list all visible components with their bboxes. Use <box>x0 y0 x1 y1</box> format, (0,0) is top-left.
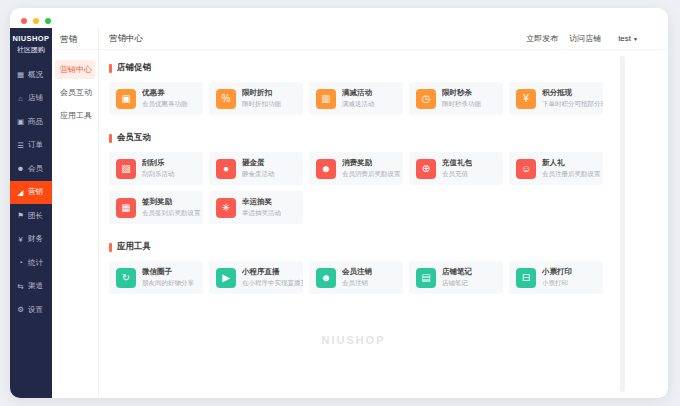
sidebar-menu: ▦概况⌂店铺▣商品☰订单☻会员◢营销⚑团长¥财务◔统计⇆渠道⚙设置 <box>10 63 52 322</box>
sidebar-item-goods[interactable]: ▣商品 <box>10 110 52 134</box>
sidebar-item-marketing[interactable]: ◢营销 <box>10 181 52 205</box>
section-header: 店铺促销 <box>109 62 668 74</box>
card-info: 限时秒杀限时秒杀功能 <box>442 88 481 110</box>
submenu-item-marketing-center[interactable]: 营销中心 <box>55 60 95 79</box>
card-member-cancellation[interactable]: ☻会员注销会员注销 <box>309 261 403 294</box>
card-info: 满减活动满减送活动 <box>342 88 375 110</box>
app-window: NIUSHOP 社区团购 ▦概况⌂店铺▣商品☰订单☻会员◢营销⚑团长¥财务◔统计… <box>10 8 668 398</box>
card-info: 刮刮乐刮刮乐活动 <box>142 158 175 180</box>
card-title: 充值礼包 <box>442 158 472 168</box>
submenu-item-member-interaction[interactable]: 会员互动 <box>55 83 95 102</box>
card-scratch-card[interactable]: ▨刮刮乐刮刮乐活动 <box>109 152 203 185</box>
sidebar-item-label: 营销 <box>28 187 43 197</box>
sidebar-item-overview[interactable]: ▦概况 <box>10 63 52 87</box>
section-accent-bar <box>109 243 112 252</box>
card-full-reduction[interactable]: ▥满减活动满减送活动 <box>309 82 403 115</box>
card-info: 签到奖励会员签到后奖励设置 <box>142 197 201 219</box>
card-description: 限时折扣功能 <box>242 100 281 109</box>
card-receipt-print[interactable]: ⊟小票打印小票打印 <box>509 261 603 294</box>
channel-icon: ⇆ <box>16 283 25 291</box>
leader-icon: ⚑ <box>16 212 25 220</box>
printer-icon: ⊟ <box>516 268 536 288</box>
card-wechat-circle[interactable]: ↻微信圈子朋友间的好物分享 <box>109 261 203 294</box>
card-title: 优惠券 <box>142 88 188 98</box>
sidebar-item-shop[interactable]: ⌂店铺 <box>10 87 52 111</box>
card-points-deduction[interactable]: ¥积分抵现下单时积分可抵部分现金 <box>509 82 603 115</box>
section-accent-bar <box>109 64 112 73</box>
coupon-icon: ▣ <box>116 89 136 109</box>
card-lucky-draw[interactable]: ✳幸运抽奖幸运抽奖活动 <box>209 191 303 224</box>
sidebar-item-settings[interactable]: ⚙设置 <box>10 298 52 322</box>
section-accent-bar <box>109 134 112 143</box>
settings-icon: ⚙ <box>16 306 25 314</box>
card-info: 幸运抽奖幸运抽奖活动 <box>242 197 281 219</box>
sidebar-item-label: 会员 <box>28 164 43 174</box>
card-info: 新人礼会员注册后奖励设置 <box>542 158 601 180</box>
marketing-icon: ◢ <box>16 189 25 197</box>
card-info: 店铺笔记店铺笔记 <box>442 267 472 289</box>
sidebar-item-member[interactable]: ☻会员 <box>10 157 52 181</box>
minimize-button[interactable] <box>33 18 39 24</box>
section-title: 会员互动 <box>117 132 151 144</box>
vertical-scrollbar[interactable] <box>620 56 625 392</box>
sidebar-item-channel[interactable]: ⇆渠道 <box>10 275 52 299</box>
signin-calendar-icon: ▦ <box>116 198 136 218</box>
brand-logo: NIUSHOP 社区团购 <box>10 28 52 55</box>
sidebar-item-leader[interactable]: ⚑团长 <box>10 204 52 228</box>
card-consume-reward[interactable]: ☻消费奖励会员消费后奖励设置 <box>309 152 403 185</box>
close-button[interactable] <box>21 18 27 24</box>
card-title: 幸运抽奖 <box>242 197 281 207</box>
section-title: 店铺促销 <box>117 62 151 74</box>
zoom-button[interactable] <box>45 18 51 24</box>
account-dropdown[interactable]: test ▼ <box>618 34 638 43</box>
card-title: 小票打印 <box>542 267 572 277</box>
sidebar-item-label: 商品 <box>28 117 43 127</box>
card-signin-reward[interactable]: ▦签到奖励会员签到后奖励设置 <box>109 191 203 224</box>
brand-name: NIUSHOP <box>10 34 52 43</box>
card-seckill[interactable]: ◷限时秒杀限时秒杀功能 <box>409 82 503 115</box>
visit-store-button[interactable]: 访问店铺 <box>569 33 601 44</box>
card-info: 优惠券会员优惠券功能 <box>142 88 188 110</box>
card-title: 刮刮乐 <box>142 158 175 168</box>
card-description: 砸金蛋活动 <box>242 170 275 179</box>
section-header: 应用工具 <box>109 241 668 253</box>
card-title: 限时折扣 <box>242 88 281 98</box>
section-member-interaction: 会员互动▨刮刮乐刮刮乐活动●砸金蛋砸金蛋活动☻消费奖励会员消费后奖励设置⊕充值礼… <box>109 132 668 224</box>
scratch-card-icon: ▨ <box>116 159 136 179</box>
card-title: 新人礼 <box>542 158 601 168</box>
submenu-item-app-tools[interactable]: 应用工具 <box>55 106 95 125</box>
card-shop-note[interactable]: ▤店铺笔记店铺笔记 <box>409 261 503 294</box>
card-info: 小程序直播在小程序中实现直播互动与商品.. <box>242 267 303 289</box>
card-mini-program-live[interactable]: ▶小程序直播在小程序中实现直播互动与商品.. <box>209 261 303 294</box>
card-newcomer-gift[interactable]: ☺新人礼会员注册后奖励设置 <box>509 152 603 185</box>
points-coin-icon: ¥ <box>516 89 536 109</box>
publish-button[interactable]: 立即发布 <box>526 33 558 44</box>
card-info: 会员注销会员注销 <box>342 267 372 289</box>
card-time-discount[interactable]: %限时折扣限时折扣功能 <box>209 82 303 115</box>
card-golden-egg[interactable]: ●砸金蛋砸金蛋活动 <box>209 152 303 185</box>
live-play-icon: ▶ <box>216 268 236 288</box>
card-title: 满减活动 <box>342 88 375 98</box>
card-coupon[interactable]: ▣优惠券会员优惠券功能 <box>109 82 203 115</box>
sidebar-item-statistics[interactable]: ◔统计 <box>10 251 52 275</box>
card-title: 店铺笔记 <box>442 267 472 277</box>
sidebar-item-order[interactable]: ☰订单 <box>10 134 52 158</box>
member-icon: ☻ <box>16 165 25 173</box>
sidebar-item-label: 概况 <box>28 70 43 80</box>
card-info: 砸金蛋砸金蛋活动 <box>242 158 275 180</box>
seckill-clock-icon: ◷ <box>416 89 436 109</box>
sidebar-item-label: 团长 <box>28 211 43 221</box>
card-info: 充值礼包会员充值 <box>442 158 472 180</box>
member-cancel-icon: ☻ <box>316 268 336 288</box>
dashboard-icon: ▦ <box>16 71 25 79</box>
card-recharge-gift[interactable]: ⊕充值礼包会员充值 <box>409 152 503 185</box>
card-info: 消费奖励会员消费后奖励设置 <box>342 158 401 180</box>
card-title: 限时秒杀 <box>442 88 481 98</box>
sidebar-item-finance[interactable]: ¥财务 <box>10 228 52 252</box>
goods-icon: ▣ <box>16 118 25 126</box>
discount-icon: % <box>216 89 236 109</box>
sections-container: 店铺促销▣优惠券会员优惠券功能%限时折扣限时折扣功能▥满减活动满减送活动◷限时秒… <box>99 50 668 294</box>
golden-egg-icon: ● <box>216 159 236 179</box>
brand-subtitle: 社区团购 <box>10 45 52 55</box>
card-description: 会员注册后奖励设置 <box>542 170 601 179</box>
